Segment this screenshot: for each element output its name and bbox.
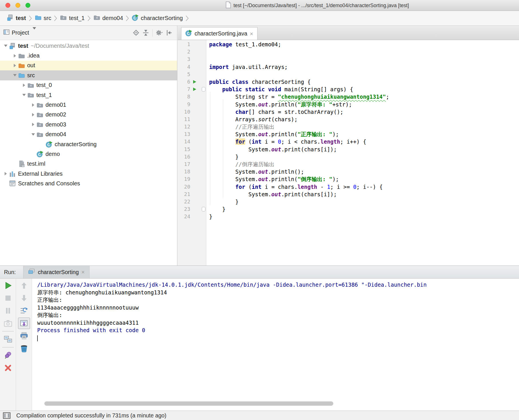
code-line-17[interactable]: //倒序遍历输出 [209,161,519,168]
tree-item-demo02[interactable]: demo02 [0,110,177,120]
breadcrumb-item-src[interactable]: src [35,14,51,22]
expand-arrow-icon[interactable] [30,133,37,136]
scroll-to-end-button[interactable] [16,317,32,330]
run-line-icon[interactable] [193,80,196,84]
breadcrumb-item-test_1[interactable]: test_1 [60,14,84,22]
tree-item-charactersorting[interactable]: CcharacterSorting [0,139,177,149]
tree-item-demo01[interactable]: demo01 [0,100,177,110]
code-line-13[interactable]: System.out.println("正序输出: "); [209,130,519,138]
line-number: 9 [178,101,190,108]
collapse-all-icon[interactable] [141,29,150,37]
code-editor[interactable]: 123456789101112131415161718192021222324 … [178,40,519,266]
code-line-21[interactable]: System.out.print(chars[i]); [209,191,519,198]
code-line-6[interactable]: public class characterSorting { [209,78,519,86]
code-line-19[interactable]: System.out.println("倒序输出: "); [209,175,519,183]
tree-item-out[interactable]: out [0,61,177,70]
restore-layout-button[interactable] [0,333,16,346]
run-toolbar-right [16,279,32,411]
code-line-5[interactable] [209,71,519,78]
up-stack-button[interactable] [16,279,32,292]
code-line-22[interactable]: } [209,198,519,205]
screenshot-button[interactable] [0,317,16,330]
toolwindow-toggle-icon[interactable] [3,412,11,419]
code-line-11[interactable]: Arrays.sort(chars); [209,116,519,123]
code-line-18[interactable]: System.out.println(); [209,168,519,175]
fold-marker-icon[interactable] [202,207,205,211]
close-run-tab-icon[interactable]: × [81,269,85,275]
settings-gear-icon[interactable] [154,29,164,37]
expand-arrow-icon[interactable] [2,172,9,175]
code-line-8[interactable]: String str = "chenughonghuiaikuangwanton… [209,93,519,100]
breadcrumb-item-demo04[interactable]: demo04 [94,14,123,22]
gutter-line-20: 20 [178,183,206,191]
run-tab-icon [28,268,35,276]
code-line-1[interactable]: package test_1.demo04; [209,41,519,48]
tree-item-test-iml[interactable]: test.iml [0,159,177,169]
close-window-button[interactable] [5,3,10,8]
code-line-14[interactable]: for (int i = 0; i < chars.length; i++) { [209,138,519,145]
project-tree: test~/Documents/Java/test.ideaoutsrctest… [0,40,177,189]
folder-pkg-icon [27,82,34,88]
rerun-button[interactable] [0,279,16,292]
horizontal-scrollbar-thumb[interactable] [44,401,333,406]
editor-tab-charactersorting[interactable]: C characterSorting.java × [181,27,257,40]
tree-item-scratches-and-consoles[interactable]: Scratches and Consoles [0,179,177,188]
pause-button[interactable] [0,304,16,317]
expand-arrow-icon[interactable] [30,113,37,116]
code-line-20[interactable]: for (int i = chars.length - 1; i >= 0; i… [209,183,519,191]
breadcrumb-item-test[interactable]: test [7,14,26,22]
zoom-window-button[interactable] [25,3,30,8]
run-console[interactable]: /Library/Java/JavaVirtualMachines/jdk-14… [32,279,519,411]
breadcrumb-item-charactersorting[interactable]: CcharacterSorting [132,14,183,22]
clear-all-button[interactable] [16,342,32,355]
tree-item-external-libraries[interactable]: External Libraries [0,169,177,179]
code-line-4[interactable]: import java.util.Arrays; [209,63,519,71]
expand-arrow-icon[interactable] [21,94,27,96]
code-line-12[interactable]: //正序遍历输出 [209,123,519,130]
expand-arrow-icon[interactable] [30,103,37,107]
line-number: 16 [178,153,190,161]
code-line-9[interactable]: System.out.println("原字符串: "+str); [209,101,519,108]
rerun-steps-button[interactable] [16,304,32,317]
run-line-icon[interactable] [193,88,196,91]
locate-icon[interactable] [131,29,141,37]
hide-panel-icon[interactable] [164,29,174,37]
run-tab-charactersorting[interactable]: characterSorting × [23,266,90,278]
tree-item-demo[interactable]: Cdemo [0,149,177,159]
code-line-10[interactable]: char[] chars = str.toCharArray(); [209,108,519,116]
tree-item-test-1[interactable]: test_1 [0,90,177,100]
code-line-24[interactable]: } [209,213,519,220]
chevron-down-icon[interactable] [33,29,36,36]
minimize-window-button[interactable] [15,3,20,8]
tree-item-test[interactable]: test~/Documents/Java/test [0,41,177,51]
down-stack-button[interactable] [16,292,32,304]
expand-arrow-icon[interactable] [21,84,27,87]
tree-item-demo04[interactable]: demo04 [0,130,177,139]
tree-item-src[interactable]: src [0,70,177,80]
close-panel-button[interactable] [0,362,16,374]
code-line-16[interactable]: } [209,153,519,161]
close-tab-icon[interactable]: × [250,31,253,37]
code-line-2[interactable] [209,48,519,56]
expand-arrow-icon[interactable] [11,64,18,67]
code-line-3[interactable] [209,56,519,63]
expand-arrow-icon[interactable] [11,74,18,76]
code-line-7[interactable]: public static void main(String[] args) { [209,86,519,93]
gutter-line-8: 8 [178,93,206,100]
expand-arrow-icon[interactable] [2,45,9,47]
tree-item--idea[interactable]: .idea [0,51,177,60]
code-line-15[interactable]: System.out.print(chars[i]); [209,146,519,153]
fold-marker-icon[interactable] [202,87,205,92]
pin-button[interactable] [0,349,16,362]
gutter-line-19: 19 [178,175,206,183]
print-button[interactable] [16,330,32,342]
tree-item-label: External Libraries [18,171,63,177]
tree-item-test-0[interactable]: test_0 [0,80,177,90]
console-line: 正序输出: [37,296,519,304]
expand-arrow-icon[interactable] [30,123,37,126]
tree-item-demo03[interactable]: demo03 [0,120,177,129]
code-area[interactable]: package test_1.demo04;import java.util.A… [206,40,519,266]
expand-arrow-icon[interactable] [11,54,18,58]
stop-button[interactable] [0,292,16,304]
code-line-23[interactable]: } [209,205,519,213]
